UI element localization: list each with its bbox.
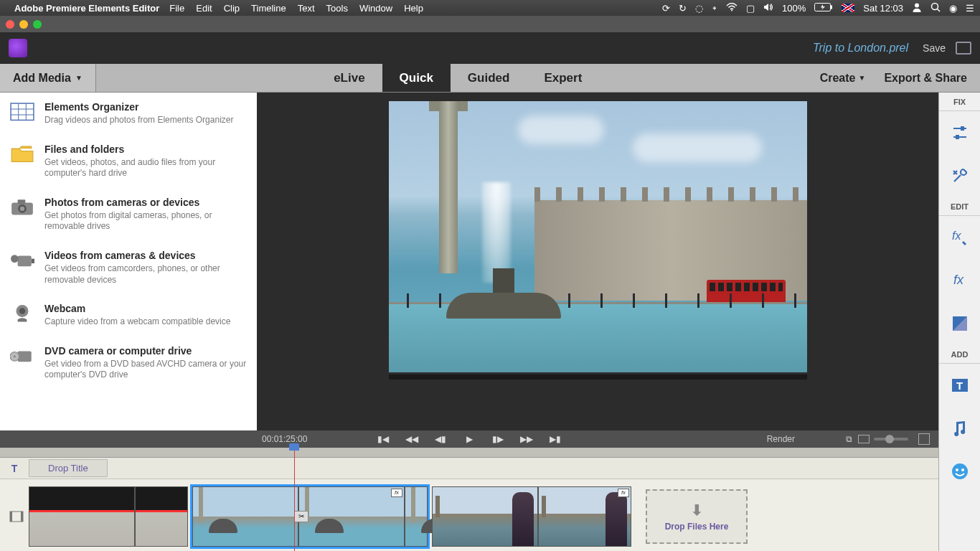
safe-margins-button[interactable]: ⧉ [846,434,852,444]
svg-rect-28 [961,126,964,131]
drop-files-area[interactable]: ⬇ Drop Files Here [646,489,748,544]
menu-edit[interactable]: Edit [196,3,212,14]
video-track[interactable]: fx ✂ fx ⬇ Drop Files Here [0,479,938,551]
media-source-dvd[interactable]: DVD camera or computer driveGet video fr… [0,336,257,390]
video-track-icon [4,511,29,522]
rewind-button[interactable]: ◀◀ [407,434,417,444]
fullscreen-button[interactable] [956,42,971,55]
svg-point-16 [11,255,19,263]
tab-guided[interactable]: Guided [451,64,527,92]
effects-button[interactable]: fx [946,223,974,252]
tab-elive[interactable]: eLive [316,64,382,92]
fx-badge: fx [391,489,402,497]
spotlight-icon[interactable] [930,2,941,14]
clock[interactable]: Sat 12:03 [863,3,903,14]
svg-line-5 [938,9,941,11]
timeline-ruler[interactable] [0,448,938,458]
svg-rect-6 [11,103,34,120]
volume-icon[interactable] [763,3,773,14]
split-clip-button[interactable]: ✂ [294,511,308,522]
scrub-bar[interactable] [389,375,807,380]
menu-clip[interactable]: Clip [224,3,240,14]
macos-menubar: Adobe Premiere Elements Editor File Edit… [0,0,980,16]
time-machine-icon[interactable]: ↻ [679,3,687,14]
video-preview[interactable] [389,101,807,372]
clip-thumbnail [29,486,135,547]
wifi-icon[interactable] [726,3,738,14]
fast-forward-button[interactable]: ▶▶ [522,434,532,444]
create-button[interactable]: Create▼ [820,72,866,85]
step-forward-button[interactable]: ▮▶ [493,434,503,444]
window-controls [0,16,980,32]
media-source-title: Webcam [44,303,230,314]
drop-title-area[interactable]: Drop Title [29,459,108,477]
adjust-button[interactable] [946,118,974,147]
play-button[interactable]: ▶ [464,434,474,444]
titles-button[interactable]: T [946,371,974,400]
step-back-button[interactable]: ◀▮ [435,434,446,444]
minimize-window-button[interactable] [19,20,28,29]
view-mode-button[interactable] [858,435,870,443]
graphics-button[interactable] [946,457,974,486]
organizer-icon [10,103,34,121]
svg-rect-25 [21,512,23,522]
export-share-button[interactable]: Export & Share [884,72,967,85]
chat-icon[interactable]: ◌ [695,3,703,14]
clip-3[interactable]: fx [432,486,631,547]
zoom-slider[interactable] [874,438,908,441]
input-source-flag[interactable] [842,4,854,12]
bluetooth-icon[interactable]: ᛭ [712,3,717,14]
menu-window[interactable]: Window [359,3,392,14]
clip-thumbnail: fx [298,486,405,547]
menu-help[interactable]: Help [404,3,423,14]
tab-expert[interactable]: Expert [527,64,599,92]
goto-start-button[interactable]: ▮◀ [378,434,388,444]
tools-button[interactable] [946,161,974,190]
clip-thumbnail [135,486,188,547]
menu-text[interactable]: Text [298,3,315,14]
render-button[interactable]: Render [767,434,795,444]
music-button[interactable] [946,414,974,443]
zoom-window-button[interactable] [33,20,42,29]
main-area: Elements OrganizerDrag videos and photos… [0,93,938,430]
menu-tools[interactable]: Tools [326,3,348,14]
media-source-organizer[interactable]: Elements OrganizerDrag videos and photos… [0,93,257,135]
svg-rect-12 [18,199,26,204]
airplay-icon[interactable]: ▢ [746,3,755,14]
playhead-handle[interactable] [289,443,299,451]
menu-file[interactable]: File [169,3,184,14]
sync-icon[interactable]: ⟳ [662,3,670,14]
media-source-photos[interactable]: Photos from cameras or devicesGet photos… [0,188,257,241]
mode-bar: Add Media ▼ eLive Quick Guided Expert Cr… [0,64,980,93]
edit-header: EDIT [939,197,980,216]
camera-icon [10,198,34,217]
media-source-title: Photos from cameras or devices [44,197,247,208]
transitions-button[interactable]: fx [946,266,974,295]
siri-icon[interactable]: ◉ [949,3,957,14]
goto-end-button[interactable]: ▶▮ [550,434,560,444]
timeline-tracks: T Drop Title fx ✂ fx ⬇ Drop Files Here R… [0,448,938,551]
marker-button[interactable] [918,433,930,445]
timecode-display[interactable]: 00:01:25:00 [262,434,307,444]
add-media-button[interactable]: Add Media ▼ [0,64,96,92]
transport-bar: 00:01:25:00 ▮◀ ◀◀ ◀▮ ▶ ▮▶ ▶▶ ▶▮ Render ⧉ [0,430,938,448]
svg-point-36 [952,463,968,479]
notification-center-icon[interactable]: ☰ [966,3,974,14]
menu-timeline[interactable]: Timeline [251,3,286,14]
save-button[interactable]: Save [923,42,946,54]
media-source-videos[interactable]: Videos from cameras & devicesGet videos … [0,241,257,294]
tab-quick[interactable]: Quick [382,64,451,92]
title-track-icon: T [0,463,29,474]
svg-point-22 [14,355,16,357]
user-icon[interactable] [912,2,922,14]
app-name[interactable]: Adobe Premiere Elements Editor [14,3,159,14]
media-source-files[interactable]: Files and foldersGet videos, photos, and… [0,135,257,188]
close-window-button[interactable] [6,20,14,29]
color-button[interactable] [946,309,974,338]
dvd-camera-icon [10,347,34,365]
clip-thumbnail [432,486,538,547]
media-source-webcam[interactable]: WebcamCapture video from a webcam compat… [0,294,257,336]
clip-2-selected[interactable]: fx ✂ [192,486,428,547]
battery-icon[interactable] [814,3,833,14]
clip-1[interactable] [29,486,188,547]
